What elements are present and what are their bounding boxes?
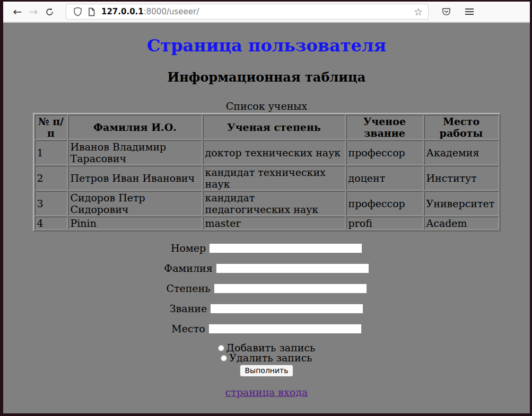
browser-toolbar: ← → 1 [3,2,530,23]
form-line-degree: Степень [3,282,530,293]
cell-degree: кандидат педагогических наук [203,191,345,216]
forward-button[interactable]: → [25,4,41,20]
cell-workplace: Университет [424,191,499,216]
page-info-icon[interactable] [84,5,98,19]
table-row: 1 Иванов Владимир Тарасович доктор техни… [35,140,499,165]
add-record-radio[interactable] [218,345,224,351]
cell-number: 4 [35,217,67,229]
column-header-surname: Фамилия И.О. [68,115,202,139]
page-subtitle: Информационная таблица [3,69,530,85]
cell-workplace: Academ [424,217,499,229]
workplace-field[interactable] [208,324,362,334]
url-bar[interactable]: 127.0.0.1:8000/useeer/ ☆ [66,4,429,20]
shield-icon[interactable] [71,5,84,19]
cell-degree: кандидат технических наук [203,166,345,190]
cell-number: 3 [35,191,67,216]
column-header-workplace: Место работы [424,115,499,139]
column-header-degree: Ученая степень [203,115,345,139]
back-button[interactable]: ← [10,4,25,20]
form-line-rank: Звание [3,303,530,313]
login-page-link[interactable]: страница входа [225,386,308,398]
cell-number: 2 [35,166,67,190]
cell-degree: master [203,217,345,229]
cell-surname: Pinin [68,217,202,229]
cell-rank: профессор [346,140,423,165]
scientists-table: № п/п Фамилия И.О. Ученая степень Ученое… [33,113,501,232]
cell-workplace: Академия [424,140,499,165]
cell-degree: доктор технических наук [203,140,345,165]
number-label: Номер [171,242,206,254]
table-header-row: № п/п Фамилия И.О. Ученая степень Ученое… [35,115,499,139]
cell-surname: Петров Иван Иванович [68,166,202,190]
delete-record-radio[interactable] [221,355,227,361]
desktop-frame: ← → 1 [0,0,532,416]
cell-surname: Сидоров Петр Сидорович [68,191,202,216]
cell-rank: profi [346,217,423,229]
menu-icon[interactable] [465,8,474,15]
execute-button[interactable]: Выполнить [240,365,294,377]
table-row: 2 Петров Иван Иванович кандидат техничес… [35,166,499,190]
surname-label: Фамилия [164,262,212,274]
column-header-rank: Ученое звание [346,115,423,139]
bookmark-star-icon[interactable]: ☆ [413,7,424,17]
table-row: 4 Pinin master profi Academ [35,217,499,229]
page-title: Страница пользователя [3,36,530,56]
pocket-icon[interactable] [441,7,451,16]
browser-window: ← → 1 [3,2,530,413]
column-header-number: № п/п [35,115,67,139]
page-content: Страница пользователя Информационная таб… [3,23,530,413]
table-row: 3 Сидоров Петр Сидорович кандидат педаго… [35,191,499,216]
number-field[interactable] [209,243,362,253]
cell-surname: Иванов Владимир Тарасович [68,140,202,165]
delete-record-label: Удалить запись [229,352,312,364]
degree-label: Степень [166,282,210,294]
url-path: :8000/useeer/ [144,7,199,16]
cell-workplace: Институт [424,166,499,190]
reload-icon [45,7,54,16]
rank-field[interactable] [210,304,363,314]
form-line-surname: Фамилия [3,262,530,272]
cell-number: 1 [35,140,67,165]
rank-label: Звание [170,303,207,314]
cell-rank: доцент [346,166,423,190]
degree-field[interactable] [214,284,367,294]
cell-rank: профессор [346,191,423,216]
url-host: 127.0.0.1 [101,7,144,16]
form-line-number: Номер [3,242,530,252]
radio-line-delete: Удалить запись [3,353,530,363]
form-line-workplace: Место [3,323,530,333]
toolbar-right-group [441,7,474,16]
reload-button[interactable] [41,4,57,20]
record-form: Номер Фамилия Степень Звание Место Добав… [3,242,530,377]
workplace-label: Место [171,323,205,334]
table-caption: Список ученых [3,100,530,112]
surname-field[interactable] [216,263,369,273]
url-text[interactable]: 127.0.0.1:8000/useeer/ [101,7,413,16]
